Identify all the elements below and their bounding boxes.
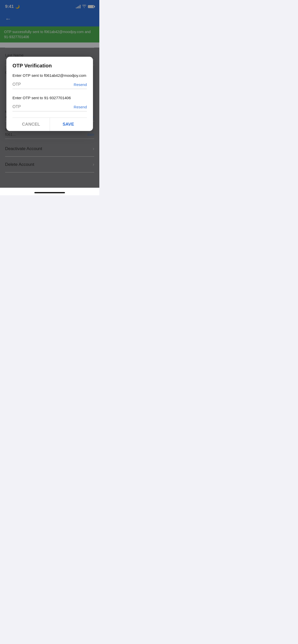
phone-otp-description: Enter OTP sent to 91-9327701406 xyxy=(12,95,87,100)
email-otp-row: Resend xyxy=(12,82,87,89)
cancel-button[interactable]: CANCEL xyxy=(12,118,50,131)
modal-title: OTP Verification xyxy=(12,63,87,69)
otp-modal: OTP Verification Enter OTP sent to f061a… xyxy=(6,57,93,131)
home-indicator xyxy=(0,188,99,195)
modal-overlay: OTP Verification Enter OTP sent to f061a… xyxy=(0,0,99,188)
email-otp-description: Enter OTP sent to f061ab42@moodjoy.com xyxy=(12,73,87,78)
phone-otp-input[interactable] xyxy=(12,105,63,109)
home-bar xyxy=(34,192,65,193)
email-otp-input[interactable] xyxy=(12,82,63,87)
email-resend-button[interactable]: Resend xyxy=(74,82,87,87)
modal-actions: CANCEL SAVE xyxy=(12,118,87,131)
save-button[interactable]: SAVE xyxy=(50,118,87,131)
phone-resend-button[interactable]: Resend xyxy=(74,105,87,109)
phone-otp-row: Resend xyxy=(12,105,87,111)
